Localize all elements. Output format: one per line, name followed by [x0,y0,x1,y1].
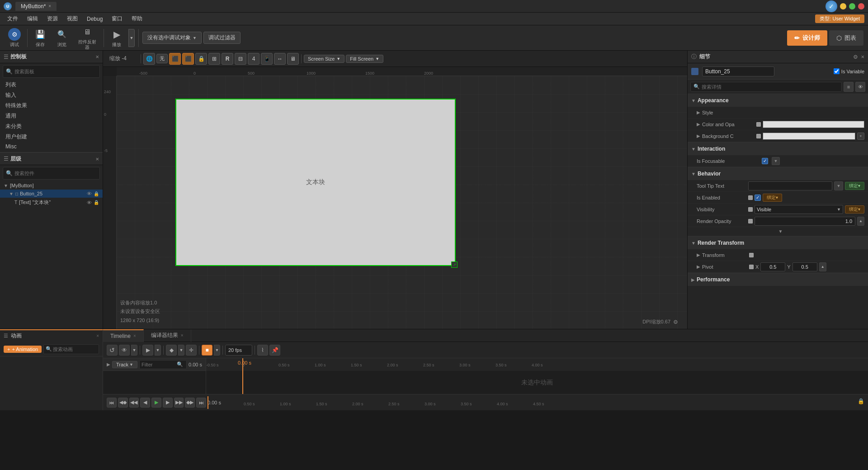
behavior-expand-more-btn[interactable]: ▼ [778,229,783,234]
timeline-play-dropdown[interactable]: ▼ [155,345,161,356]
compiler-tab[interactable]: 编译器结果 × [144,329,191,342]
timeline-view-btn[interactable]: 👁 [119,345,130,356]
browse-btn[interactable]: 🔍 浏览 [52,26,72,50]
appearance-section-header[interactable]: ▼ Appearance [688,94,868,107]
pivot-up-btn[interactable]: ▲ [819,262,826,271]
right-panel-settings-icon[interactable]: ⚙ [853,54,858,60]
play-btn-main[interactable]: ▶ 播放 [107,26,127,50]
is-variable-checkbox[interactable] [834,68,840,74]
timeline-move-btn[interactable]: ✛ [186,345,197,356]
canvas-btn-grid[interactable]: ⊞ [208,53,220,65]
pb-btn-next-key[interactable]: ◆▶ [185,398,195,408]
timeline-orange-btn[interactable]: ■ [202,345,212,356]
bg-color-swatch[interactable] [763,133,855,140]
render-transform-header[interactable]: ▼ Render Transform [688,237,868,249]
play-dropdown-btn[interactable]: ▼ [128,29,135,47]
track-dropdown-btn[interactable]: Track ▼ [112,361,137,368]
timeline-tab[interactable]: Timeline × [103,329,144,342]
canvas-btn-r[interactable]: R [222,53,233,65]
bg-color-extra-btn[interactable]: + [857,133,864,140]
layer-item-textblock[interactable]: T [Text] "文本块" 👁 🔒 [0,198,103,207]
widget-name-input[interactable] [702,66,774,76]
canvas-btn-lock[interactable]: 🔒 [195,53,207,65]
performance-section-header[interactable]: ▶ Performance [688,273,868,286]
tooltip-bind-btn[interactable]: 绑定▾ [845,182,864,190]
is-focusable-checkbox[interactable]: ✓ [762,158,768,164]
visibility-bind-btn[interactable]: 绑定▾ [845,205,864,214]
control-search-input[interactable] [14,69,97,74]
control-panel-close-icon[interactable]: × [95,53,99,60]
canvas-btn-globe[interactable]: 🌐 [143,53,155,65]
menu-edit[interactable]: 编辑 [24,14,42,24]
view-list-icon-btn[interactable]: ≡ [844,82,854,92]
menu-window[interactable]: 窗口 [108,14,126,24]
panel-item-misc[interactable]: Misc [0,142,103,151]
render-opacity-input[interactable] [755,217,855,226]
right-panel-close-icon[interactable]: × [861,53,864,60]
layer-text-lock-icon[interactable]: 🔒 [94,200,99,205]
interaction-section-header[interactable]: ▼ Interaction [688,142,868,155]
canvas-btn-dots[interactable]: ⊟ [235,53,246,65]
timeline-keyframe-btn[interactable]: ◆ [166,345,177,356]
style-expand-arrow[interactable]: ▶ [697,110,700,115]
timeline-view-dropdown[interactable]: ▼ [131,345,137,356]
is-enabled-bind-btn[interactable]: 绑定▾ [763,194,782,202]
timeline-undo-btn[interactable]: ↺ [107,345,118,356]
render-opacity-up-btn[interactable]: ▲ [857,217,864,226]
tab-close-icon[interactable]: × [48,4,51,9]
pivot-y-input[interactable] [793,262,817,271]
compiler-tab-close-icon[interactable]: × [181,333,184,338]
is-focusable-dropdown-arrow[interactable]: ▼ [772,157,780,165]
fill-screen-dropdown[interactable]: Fill Screen ▼ [346,55,383,63]
pb-btn-forward[interactable]: ▶ [163,398,173,408]
menu-view[interactable]: 视图 [63,14,81,24]
anim-search-box[interactable]: 🔍 [43,344,99,354]
canvas-btn-orange1[interactable]: ⬛ [169,53,181,65]
designer-btn[interactable]: ✏ 设计师 [787,30,827,46]
canvas-btn-portrait[interactable]: ↔ [274,53,286,65]
layer-panel-close-icon[interactable]: × [95,156,99,162]
timeline-keyframe-dropdown[interactable]: ▼ [178,345,184,356]
menu-help[interactable]: 帮助 [128,14,146,24]
layer-search-box[interactable]: 🔍 [3,167,100,180]
color-opacity-swatch[interactable] [763,121,864,128]
layer-button25-eye-icon[interactable]: 👁 [87,191,92,196]
title-tab[interactable]: MyButton* × [15,2,57,11]
panel-item-user-created[interactable]: 用户创建 [0,132,103,142]
tooltip-input-field[interactable] [748,181,832,190]
bg-color-expand[interactable]: ▶ [697,133,700,138]
pb-right-lock-icon[interactable]: 🔒 [858,398,864,404]
anim-search-input[interactable] [53,347,97,352]
filter-input[interactable] [142,362,176,367]
pb-btn-prev-frame[interactable]: ◀◀ [129,398,139,408]
panel-item-input[interactable]: 输入 [0,90,103,100]
layer-button25-lock-icon[interactable]: 🔒 [94,191,99,196]
panel-item-uncategorized[interactable]: 未分类 [0,121,103,132]
canvas-btn-phone[interactable]: 📱 [261,53,273,65]
resize-handle[interactable]: ↗ [451,261,458,268]
timeline-red-dropdown[interactable]: ▼ [214,345,220,356]
panel-item-effects[interactable]: 特殊效果 [0,100,103,111]
menu-assets[interactable]: 资源 [43,14,61,24]
visibility-dropdown[interactable]: Visible ▼ [755,205,843,214]
right-search-input[interactable] [702,84,839,90]
filter-input-box[interactable]: 🔍 [139,360,187,369]
canvas-btn-4[interactable]: 4 [248,53,259,65]
layer-search-input[interactable] [14,171,97,176]
canvas-btn-none[interactable]: 无 [156,54,168,63]
timeline-play-btn[interactable]: ▶ [142,345,153,356]
canvas-btn-monitor[interactable]: 🖥 [287,53,299,65]
behavior-section-header[interactable]: ▼ Behavior [688,167,868,180]
close-btn[interactable] [858,3,864,9]
layer-item-mybutton[interactable]: ▼ [MyButton] [0,181,103,190]
panel-item-list[interactable]: 列表 [0,80,103,90]
transform-expand-arrow[interactable]: ▶ [697,252,700,257]
pivot-x-input[interactable] [760,262,785,271]
menu-file[interactable]: 文件 [4,14,22,24]
maximize-btn[interactable] [849,3,855,9]
add-animation-btn[interactable]: + + Animation [4,346,42,353]
color-opacity-expand[interactable]: ▶ [697,122,700,127]
debug-filter-btn[interactable]: 调试过滤器 [203,32,241,44]
debug-filter-dropdown[interactable]: 没有选中调试对象 ▼ [142,32,202,44]
canvas-btn-orange2[interactable]: ⬛ [182,53,194,65]
